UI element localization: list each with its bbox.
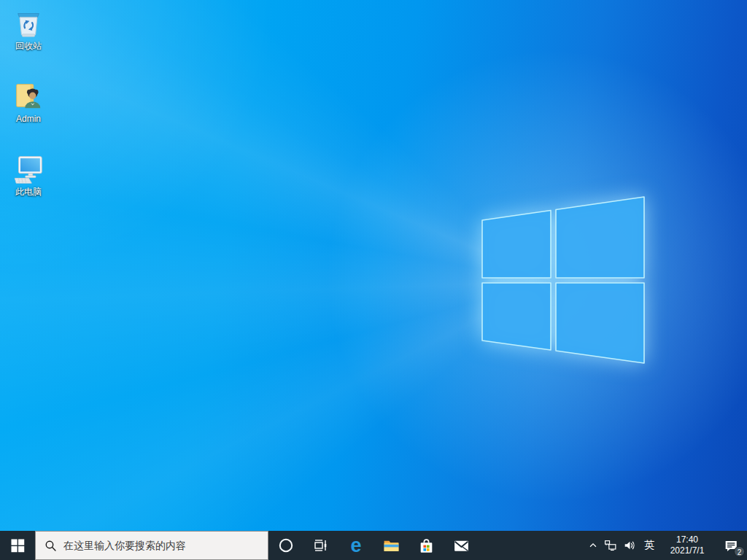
this-pc-icon xyxy=(12,152,45,185)
svg-text:e: e xyxy=(350,535,361,556)
volume-icon xyxy=(623,539,636,552)
tray-hidden-icons-button[interactable] xyxy=(585,531,601,560)
taskbar-file-explorer-button[interactable] xyxy=(374,531,409,560)
tray-volume-button[interactable] xyxy=(620,531,639,560)
action-center-button[interactable]: 2 xyxy=(715,531,747,560)
taskbar-store-button[interactable] xyxy=(409,531,444,560)
store-icon xyxy=(417,537,436,555)
desktop-icon-this-pc[interactable]: 此电脑 xyxy=(1,152,56,197)
desktop-icon-label: 回收站 xyxy=(15,41,42,51)
desktop-icon-label: Admin xyxy=(16,114,41,124)
tray-network-button[interactable] xyxy=(601,531,620,560)
user-folder-icon xyxy=(12,79,45,112)
task-view-icon xyxy=(312,537,330,554)
recycle-bin-icon xyxy=(12,6,45,39)
tray-clock[interactable]: 17:40 2021/7/1 xyxy=(659,531,715,560)
desktop: 回收站 Admin xyxy=(0,0,747,560)
desktop-icon-admin[interactable]: Admin xyxy=(1,79,56,124)
taskbar-search[interactable] xyxy=(35,531,268,560)
edge-icon: e xyxy=(346,535,366,556)
chevron-up-icon xyxy=(588,540,598,551)
taskbar: e xyxy=(0,531,747,560)
cortana-icon xyxy=(277,537,295,554)
start-button[interactable] xyxy=(0,531,35,560)
clock-date: 2021/7/1 xyxy=(670,545,705,556)
windows-logo-wallpaper-icon xyxy=(0,0,747,531)
desktop-icon-recycle-bin[interactable]: 回收站 xyxy=(1,6,56,51)
file-explorer-icon xyxy=(382,537,400,555)
desktop-icon-label: 此电脑 xyxy=(15,187,42,197)
tray-language-indicator[interactable]: 英 xyxy=(639,531,659,560)
taskbar-cortana-button[interactable] xyxy=(268,531,303,560)
network-icon xyxy=(604,539,617,552)
clock-time: 17:40 xyxy=(676,534,698,545)
wallpaper xyxy=(0,0,747,531)
search-icon xyxy=(44,540,57,552)
mail-icon xyxy=(452,537,471,555)
notification-badge: 2 xyxy=(734,546,745,557)
search-input[interactable] xyxy=(63,532,268,559)
taskbar-mail-button[interactable] xyxy=(444,531,479,560)
taskbar-task-view-button[interactable] xyxy=(303,531,338,560)
windows-logo-icon xyxy=(11,539,25,553)
taskbar-edge-button[interactable]: e xyxy=(338,531,374,560)
system-tray: 英 17:40 2021/7/1 2 xyxy=(585,531,747,560)
